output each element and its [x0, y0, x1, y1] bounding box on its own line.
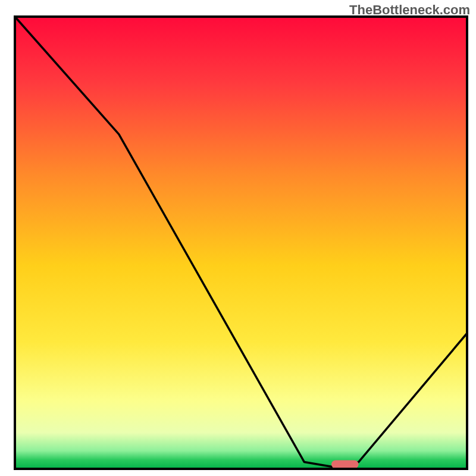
chart-background: [15, 17, 467, 469]
watermark-text: TheBottleneck.com: [349, 2, 470, 18]
bottleneck-chart: TheBottleneck.com: [0, 0, 476, 476]
chart-svg: [0, 0, 476, 476]
optimal-marker: [331, 460, 359, 468]
